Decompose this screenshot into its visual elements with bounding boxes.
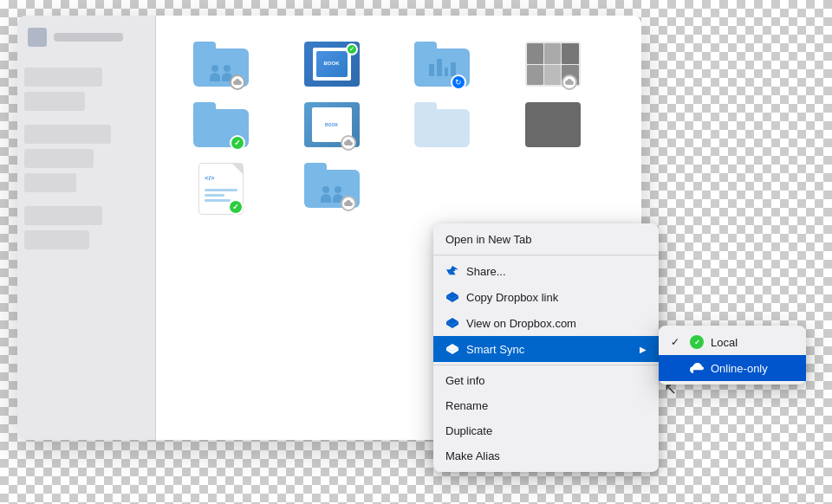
sidebar-item-6[interactable] xyxy=(24,206,102,225)
local-icon: ✓ xyxy=(690,335,704,349)
menu-rename[interactable]: Rename xyxy=(433,393,659,418)
menu-make-alias[interactable]: Make Alias xyxy=(433,443,659,468)
cloud-icon xyxy=(690,361,704,375)
sidebar-item-7[interactable] xyxy=(24,230,89,249)
dropbox-icon-share xyxy=(445,264,459,278)
menu-share[interactable]: Share... xyxy=(433,258,659,284)
sidebar-item-2[interactable] xyxy=(24,92,85,111)
menu-view-dropbox[interactable]: View on Dropbox.com xyxy=(433,310,659,336)
context-menu: Open in New Tab Share... Copy Dropbox li… xyxy=(433,223,659,472)
sidebar-item-4[interactable] xyxy=(24,149,94,168)
badge-green-2: ✓ xyxy=(228,199,244,215)
menu-separator-2 xyxy=(433,365,659,365)
badge-sync: ↻ xyxy=(451,74,466,90)
file-item-book-2[interactable]: BOOK xyxy=(293,102,371,154)
thumbnail-book: BOOK ✓ xyxy=(304,42,360,87)
menu-get-info[interactable]: Get info xyxy=(433,368,659,393)
badge-cloud-3 xyxy=(341,135,356,151)
submenu-arrow: ▶ xyxy=(640,345,647,354)
dropbox-icon-smart-sync xyxy=(445,342,459,356)
folder-icon-faded xyxy=(414,102,470,147)
file-item-folder-faded[interactable] xyxy=(403,102,481,154)
sidebar-item-5[interactable] xyxy=(24,173,76,192)
thumbnail-dark xyxy=(525,102,581,147)
sidebar xyxy=(17,16,156,440)
menu-copy-link[interactable]: Copy Dropbox link xyxy=(433,284,659,310)
file-item-shared-folder-2[interactable] xyxy=(293,163,371,215)
sidebar-title xyxy=(54,33,123,42)
checkmark-local: ✓ xyxy=(671,336,683,348)
file-item-shared-folder-1[interactable] xyxy=(182,42,260,94)
submenu-online-only[interactable]: Online-only ↖ xyxy=(659,355,806,381)
menu-separator-1 xyxy=(433,255,659,255)
badge-cloud-2 xyxy=(562,74,577,90)
dropbox-icon-view xyxy=(445,316,459,330)
file-item-code[interactable]: </> ✓ xyxy=(182,163,260,215)
sidebar-item-3[interactable] xyxy=(24,125,111,144)
menu-smart-sync[interactable]: Smart Sync ▶ xyxy=(433,336,659,362)
svg-marker-4 xyxy=(452,266,458,269)
dropbox-icon-copy xyxy=(445,290,459,304)
dropbox-logo xyxy=(28,28,47,47)
badge-cloud-4 xyxy=(341,196,356,211)
file-grid: BOOK ✓ xyxy=(173,33,624,223)
badge-green-1: ✓ xyxy=(230,135,245,151)
file-item-book[interactable]: BOOK ✓ xyxy=(293,42,371,94)
file-item-tech[interactable] xyxy=(514,42,592,94)
badge-cloud xyxy=(230,74,245,90)
menu-duplicate[interactable]: Duplicate xyxy=(433,418,659,443)
menu-open-new-tab[interactable]: Open in New Tab xyxy=(433,227,659,252)
file-item-folder-check[interactable]: ✓ xyxy=(182,102,260,154)
sidebar-header xyxy=(17,16,155,59)
submenu-smart-sync: ✓ ✓ Local Online-only ↖ xyxy=(659,326,806,384)
file-item-dark[interactable] xyxy=(514,102,592,154)
file-item-city-folder[interactable]: ↻ xyxy=(403,42,481,94)
submenu-local[interactable]: ✓ ✓ Local xyxy=(659,329,806,355)
sidebar-item-1[interactable] xyxy=(24,68,102,87)
